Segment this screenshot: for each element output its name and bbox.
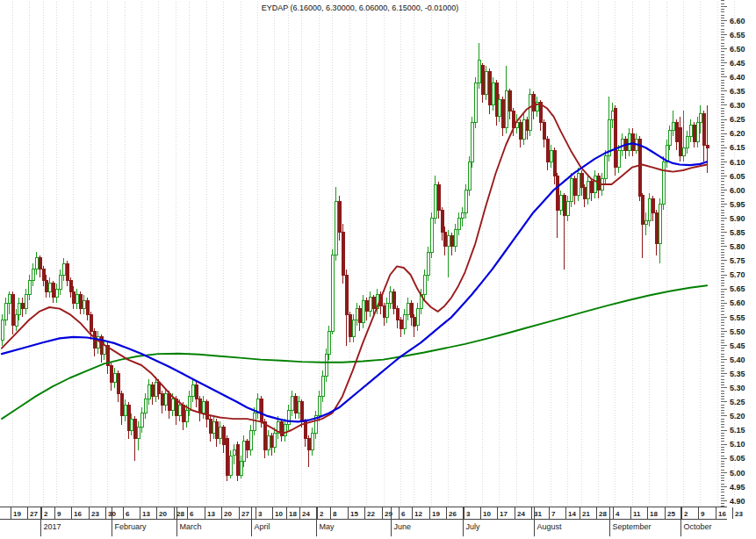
svg-text:5.25: 5.25	[730, 398, 745, 406]
svg-text:6: 6	[401, 510, 406, 518]
svg-text:29: 29	[385, 510, 392, 518]
svg-text:5.55: 5.55	[730, 313, 745, 322]
svg-text:28: 28	[599, 510, 607, 518]
svg-text:2: 2	[684, 510, 688, 518]
svg-text:19: 19	[13, 510, 21, 518]
svg-text:8: 8	[333, 510, 337, 518]
svg-text:19: 19	[432, 510, 440, 518]
svg-text:5.95: 5.95	[730, 200, 745, 209]
svg-text:7: 7	[551, 510, 556, 518]
svg-text:24: 24	[517, 510, 525, 518]
svg-text:6.40: 6.40	[730, 73, 745, 82]
svg-text:6.10: 6.10	[730, 158, 745, 167]
svg-text:3: 3	[466, 510, 471, 518]
svg-text:13: 13	[207, 510, 215, 518]
svg-text:May: May	[320, 522, 335, 531]
svg-text:14: 14	[568, 510, 576, 518]
svg-text:27: 27	[30, 510, 38, 518]
svg-text:6.00: 6.00	[730, 186, 745, 195]
svg-text:26: 26	[449, 510, 457, 518]
svg-text:6.60: 6.60	[730, 17, 745, 25]
svg-text:5.70: 5.70	[730, 270, 745, 279]
svg-text:17: 17	[500, 510, 508, 518]
svg-text:4.95: 4.95	[730, 483, 745, 492]
svg-text:4.90: 4.90	[730, 497, 745, 506]
svg-text:2: 2	[44, 510, 48, 518]
svg-text:18: 18	[650, 510, 658, 518]
svg-text:5.15: 5.15	[730, 426, 745, 435]
svg-text:12: 12	[414, 510, 422, 518]
svg-text:February: February	[115, 522, 148, 531]
svg-text:6: 6	[126, 510, 130, 518]
svg-text:11: 11	[633, 510, 641, 518]
svg-text:23: 23	[735, 510, 743, 518]
svg-text:5.60: 5.60	[730, 298, 745, 307]
svg-text:6.20: 6.20	[730, 129, 745, 138]
svg-text:5.90: 5.90	[730, 214, 745, 223]
svg-text:5.00: 5.00	[730, 469, 745, 478]
svg-text:15: 15	[350, 510, 358, 518]
svg-text:28: 28	[176, 510, 184, 518]
svg-text:6.55: 6.55	[730, 31, 745, 40]
svg-text:6.35: 6.35	[730, 87, 745, 96]
svg-text:June: June	[394, 522, 412, 531]
svg-text:10: 10	[275, 510, 283, 518]
x-axis: 1927291623306132028613202731018242815222…	[0, 507, 743, 537]
svg-text:6.45: 6.45	[730, 59, 745, 68]
svg-text:2017: 2017	[44, 522, 61, 531]
svg-text:6.05: 6.05	[730, 172, 745, 181]
metastock-chart-window: EYDAP (6.16000, 6.30000, 6.06000, 6.1500…	[0, 0, 756, 539]
svg-text:2: 2	[320, 510, 324, 518]
svg-text:October: October	[684, 522, 712, 531]
svg-text:27: 27	[241, 510, 249, 518]
svg-text:24: 24	[302, 510, 310, 518]
svg-text:6: 6	[190, 510, 194, 518]
svg-text:10: 10	[483, 510, 491, 518]
svg-text:16: 16	[74, 510, 82, 518]
svg-text:20: 20	[224, 510, 232, 518]
svg-text:March: March	[180, 522, 202, 531]
svg-text:September: September	[613, 522, 652, 531]
svg-text:5.05: 5.05	[730, 454, 745, 463]
svg-text:23: 23	[91, 510, 99, 518]
svg-text:5.30: 5.30	[730, 384, 745, 392]
y-axis: 4.904.955.005.055.105.155.205.255.305.35…	[721, 1, 745, 507]
svg-text:April: April	[255, 522, 270, 531]
svg-text:9: 9	[57, 510, 61, 518]
svg-text:6.30: 6.30	[730, 101, 745, 110]
svg-text:5.75: 5.75	[730, 256, 745, 265]
svg-text:16: 16	[718, 510, 726, 518]
svg-text:5.45: 5.45	[730, 341, 745, 350]
svg-text:August: August	[537, 522, 563, 531]
svg-text:9: 9	[701, 510, 705, 518]
svg-text:5.40: 5.40	[730, 356, 745, 364]
svg-text:5.20: 5.20	[730, 412, 745, 420]
svg-text:5.35: 5.35	[730, 370, 745, 378]
svg-text:6.25: 6.25	[730, 115, 745, 124]
svg-text:13: 13	[142, 510, 150, 518]
svg-text:5.10: 5.10	[730, 440, 745, 449]
svg-text:6.15: 6.15	[730, 143, 745, 152]
candlestick-series	[1, 43, 709, 481]
svg-text:4: 4	[616, 510, 620, 518]
svg-text:5.65: 5.65	[730, 284, 745, 293]
svg-text:20: 20	[159, 510, 167, 518]
svg-text:5.80: 5.80	[730, 242, 745, 251]
svg-text:5.50: 5.50	[730, 327, 745, 336]
svg-text:25: 25	[667, 510, 675, 518]
chart-title: EYDAP (6.16000, 6.30000, 6.06000, 6.1500…	[0, 4, 720, 12]
chart-canvas[interactable]: 4.904.955.005.055.105.155.205.255.305.35…	[0, 0, 756, 539]
svg-text:22: 22	[367, 510, 375, 518]
svg-text:21: 21	[582, 510, 590, 518]
svg-text:5.85: 5.85	[730, 228, 745, 237]
svg-text:6.50: 6.50	[730, 45, 745, 54]
svg-text:18: 18	[289, 510, 297, 518]
svg-text:3: 3	[258, 510, 263, 518]
gridlines	[13, 2, 735, 507]
svg-text:31: 31	[534, 510, 542, 518]
svg-text:July: July	[466, 522, 481, 531]
